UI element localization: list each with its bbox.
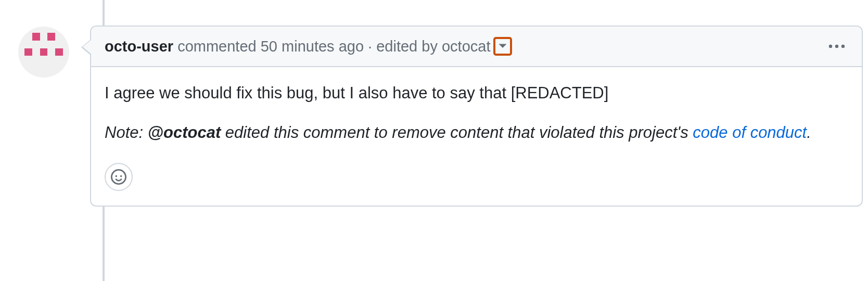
svg-point-1 <box>835 45 838 48</box>
svg-point-0 <box>829 45 832 48</box>
chevron-down-icon <box>498 43 507 49</box>
code-of-conduct-link[interactable]: code of conduct <box>693 123 807 142</box>
commented-label: commented 50 minutes ago · edited by oct… <box>177 38 490 55</box>
svg-point-2 <box>841 45 845 48</box>
note-prefix: Note: <box>105 123 143 142</box>
action-label: commented <box>177 38 257 55</box>
separator: · <box>368 38 372 55</box>
add-reaction-button[interactable] <box>105 163 133 191</box>
kebab-icon <box>827 43 846 49</box>
avatar-pattern <box>18 27 69 78</box>
author-link[interactable]: octo-user <box>105 38 173 55</box>
comment-actions-menu[interactable] <box>825 35 848 58</box>
comment-box: octo-user commented 50 minutes ago · edi… <box>90 25 863 207</box>
comment-body: I agree we should fix this bug, but I al… <box>91 67 862 206</box>
edit-history-dropdown[interactable] <box>493 37 512 56</box>
comment-container: octo-user commented 50 minutes ago · edi… <box>18 25 863 207</box>
comment-body-text: I agree we should fix this bug, but I al… <box>105 81 848 106</box>
note-mention[interactable]: @octocat <box>148 123 221 142</box>
edited-prefix: edited by <box>376 38 438 55</box>
comment-header: octo-user commented 50 minutes ago · edi… <box>91 27 862 67</box>
editor-note: Note: @octocat edited this comment to re… <box>105 120 848 145</box>
author-avatar[interactable] <box>18 27 69 78</box>
note-suffix: . <box>807 123 811 142</box>
note-rest: edited this comment to remove content th… <box>225 123 688 142</box>
smiley-icon <box>111 169 126 185</box>
timestamp[interactable]: 50 minutes ago <box>261 38 364 55</box>
edited-by-user[interactable]: octocat <box>442 38 491 55</box>
